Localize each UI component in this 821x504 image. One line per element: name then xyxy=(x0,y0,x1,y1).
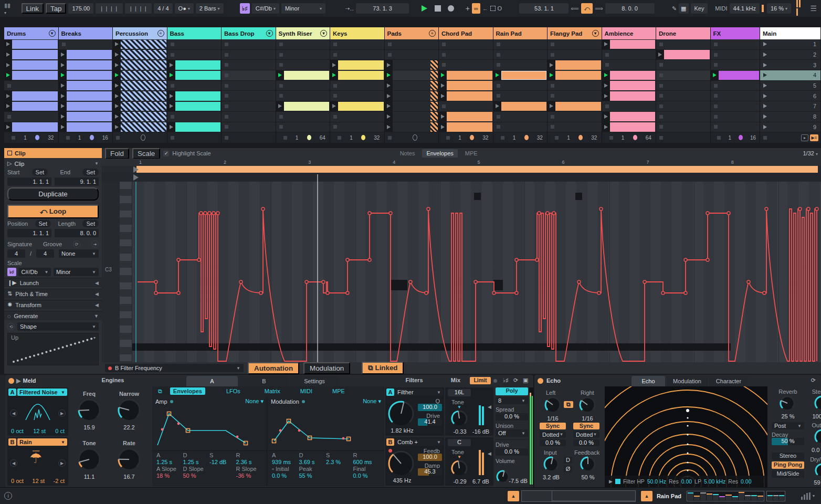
clip-end-field[interactable]: 9. 1. 1 xyxy=(55,177,99,186)
clip-slot[interactable] xyxy=(330,112,384,122)
dry-wet-value[interactable]: 59 % xyxy=(808,479,821,486)
mix-b-card[interactable]: C Tone ▼ -0.29 ◀ 6.7 dB xyxy=(445,437,493,486)
clip-slot[interactable] xyxy=(113,60,167,70)
echo-hot-swap-icon[interactable]: ⟳ xyxy=(811,377,816,384)
track-header[interactable]: Drums▾ xyxy=(4,27,58,39)
subtab-envelopes[interactable]: Envelopes xyxy=(170,387,205,395)
filter-expand-icon[interactable]: ▶ xyxy=(609,479,613,484)
clip-play-button[interactable] xyxy=(276,70,284,80)
back-to-arrangement-icon[interactable]: ← xyxy=(482,5,488,12)
mod-decay[interactable]: 3.69 s xyxy=(299,459,327,465)
clip-slot[interactable] xyxy=(493,60,548,70)
echo-feedback-knob[interactable] xyxy=(580,456,596,474)
mix-b-level-handle[interactable]: ◀ xyxy=(488,451,491,456)
clip-body[interactable] xyxy=(12,60,58,70)
automation-breakpoint[interactable] xyxy=(661,291,665,295)
echo-input-value[interactable]: 3.2 dB xyxy=(540,474,563,480)
clip-play-button[interactable] xyxy=(113,60,121,70)
clip-play-button[interactable] xyxy=(4,122,12,132)
clip-slot[interactable] xyxy=(167,50,222,60)
clip-body[interactable] xyxy=(719,71,760,80)
meld-device[interactable]: ▶ Meld Engines A B Settings Filters Mix … xyxy=(5,375,533,487)
clip-play-button[interactable] xyxy=(602,39,610,49)
engine-b-menu[interactable]: Rain▼ xyxy=(17,438,67,446)
clip-body[interactable] xyxy=(501,71,547,80)
filter-a-freq-knob[interactable] xyxy=(387,400,415,428)
track-header[interactable]: Breaks xyxy=(59,27,113,39)
mid-side-button[interactable]: Mid/Side xyxy=(772,470,804,478)
narrow-knob[interactable] xyxy=(117,398,141,423)
track-header[interactable]: Ambience xyxy=(602,27,656,39)
clip-body[interactable] xyxy=(393,60,438,70)
clip-slot[interactable] xyxy=(602,81,656,91)
filter-a-badge[interactable]: A xyxy=(386,388,394,396)
clip-slot[interactable] xyxy=(439,81,493,91)
clip-body[interactable] xyxy=(67,122,112,132)
clip-play-button[interactable] xyxy=(59,70,67,80)
clip-slot[interactable] xyxy=(493,91,548,101)
clip-body[interactable] xyxy=(121,112,166,121)
track-header[interactable]: Chord Pad xyxy=(439,27,493,39)
mix-a-level-handle[interactable]: ◀ xyxy=(488,404,491,410)
clip-slot[interactable] xyxy=(602,39,656,50)
clip-slot[interactable] xyxy=(330,39,384,50)
echo-power-led[interactable] xyxy=(538,378,543,384)
groove-apply-icon[interactable]: ➜ xyxy=(91,240,99,248)
track-header[interactable]: Drone xyxy=(656,27,710,39)
scene-play-icon[interactable] xyxy=(763,83,767,88)
link-button[interactable]: Link xyxy=(22,3,44,14)
clip-play-button[interactable] xyxy=(656,50,664,60)
clip-body[interactable] xyxy=(447,81,492,90)
spread-value[interactable]: 0.0 % xyxy=(496,413,528,421)
new-midi-icon[interactable]: + xyxy=(466,4,470,13)
clip-slot[interactable] xyxy=(113,91,167,101)
time-signature-display[interactable]: 4 / 4 xyxy=(154,3,172,14)
clip-tab[interactable]: Clip xyxy=(4,148,102,158)
clip-body[interactable] xyxy=(501,102,547,111)
clip-slot[interactable] xyxy=(656,81,710,91)
fold-button[interactable]: Fold xyxy=(105,148,129,159)
mod-release[interactable]: 600 ms xyxy=(353,459,381,465)
clip-body[interactable] xyxy=(393,91,438,101)
cpu-load-display[interactable]: 16 % ▾ xyxy=(767,3,791,14)
clip-slot[interactable] xyxy=(602,70,656,81)
track-stop-button[interactable] xyxy=(609,136,613,140)
clip-slot[interactable] xyxy=(276,101,330,112)
automation-breakpoint[interactable] xyxy=(535,258,539,261)
clip-body[interactable] xyxy=(338,60,384,70)
device-chain-overview-2[interactable] xyxy=(766,491,785,501)
launch-section[interactable]: ❙▶Launch◀ xyxy=(4,278,102,287)
filter-b-damp-value[interactable]: 45.3 xyxy=(418,468,442,476)
clip-slot[interactable] xyxy=(385,112,439,122)
clip-body[interactable] xyxy=(67,71,112,80)
track-stop-button[interactable] xyxy=(12,136,15,140)
clip-slot[interactable] xyxy=(548,101,602,112)
track-stop-button[interactable] xyxy=(446,136,450,140)
clip-play-button[interactable] xyxy=(4,70,12,80)
automation-breakpoint[interactable] xyxy=(515,291,518,295)
clip-slot[interactable] xyxy=(493,70,548,81)
clip-slot[interactable] xyxy=(548,112,602,122)
clip-slot[interactable] xyxy=(656,50,710,60)
track-stop-button[interactable] xyxy=(338,136,341,140)
clip-slot[interactable] xyxy=(602,91,656,101)
modulation-tab[interactable]: Modulation xyxy=(303,362,350,374)
subtab-midi[interactable]: MIDI xyxy=(297,387,315,395)
clip-slot[interactable] xyxy=(222,112,276,122)
filter-b-freq-knob[interactable] xyxy=(387,450,415,478)
track-stop-button[interactable] xyxy=(388,136,392,140)
amp-sustain[interactable]: -12 dB xyxy=(209,459,236,465)
clip-slot[interactable] xyxy=(276,39,330,50)
midi-note[interactable] xyxy=(493,280,503,290)
clip-body[interactable] xyxy=(67,112,112,121)
clip-play-button[interactable] xyxy=(59,112,67,122)
clip-slot[interactable] xyxy=(330,70,384,81)
clip-slot[interactable] xyxy=(493,112,548,122)
key-map-button[interactable]: Key xyxy=(691,3,708,14)
draw-mode-icon[interactable]: ✎ xyxy=(672,5,677,12)
clip-slot[interactable] xyxy=(330,60,384,70)
session-record-mini-icon[interactable]: ▶≡ xyxy=(810,134,818,141)
clip-play-button[interactable] xyxy=(4,101,12,111)
clip-play-button[interactable] xyxy=(59,122,67,132)
rate-knob[interactable] xyxy=(117,447,141,472)
